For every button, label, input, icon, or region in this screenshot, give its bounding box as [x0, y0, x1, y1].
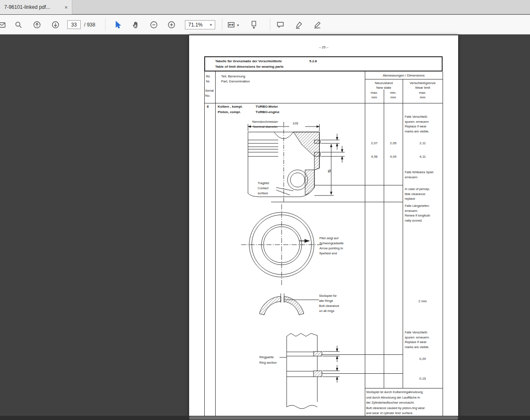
zoom-out-button[interactable]	[149, 20, 159, 30]
previous-page-button[interactable]	[32, 20, 42, 30]
header-no: No.	[205, 93, 210, 98]
value-r1-wear: 2,11	[403, 141, 443, 145]
header-part: Part, Denomination	[221, 79, 250, 84]
header-min: min.	[384, 90, 403, 95]
arrow-up-circle-icon	[33, 21, 41, 29]
table-rule	[384, 90, 384, 388]
tab-bar: 7-96101-linked pdf... ×	[0, 0, 530, 14]
header-verschleissgrenze: Verschleißgrenze	[403, 81, 443, 85]
table-rule	[403, 79, 403, 388]
table-rule	[204, 103, 443, 103]
note-clearance-de: Falls fühlbares Spiel: erneuern	[405, 170, 434, 180]
table-title-en: Table of limit dimensions for wearing pa…	[215, 64, 284, 69]
comment-button[interactable]	[275, 20, 285, 30]
header-wear-limit: Wear limit	[403, 85, 443, 90]
header-max: max.	[403, 90, 443, 95]
highlight-button[interactable]	[294, 20, 304, 30]
fill-sign-button[interactable]	[312, 20, 322, 30]
value-r1-min: 2,05	[384, 141, 403, 145]
page-number-label: – 25 –	[311, 45, 336, 50]
zoom-in-button[interactable]	[166, 20, 177, 30]
header-serial: Serial	[205, 88, 214, 93]
document-tab[interactable]: 7-96101-linked pdf... ×	[0, 0, 72, 14]
label-butt-clearance: Stoßspiel für alle Ringe Butt clearance …	[319, 293, 339, 314]
arrow-down-circle-icon	[51, 21, 60, 29]
header-dimensions: Abmessungen / Dimensions	[365, 73, 443, 78]
header-new-state: New state	[365, 85, 403, 90]
horizontal-scrollbar[interactable]	[0, 416, 530, 420]
note-wear-marks-1: Falls Verschleiß- spuren: erneuern Repla…	[405, 114, 429, 134]
magnifier-icon	[14, 21, 23, 29]
fit-width-button[interactable]	[226, 20, 236, 30]
envelope-icon	[0, 21, 6, 29]
pdf-page: – 25 – Tabelle für Grenzmaße der Verschl…	[189, 35, 458, 420]
note-scored: Falls Längsriefen: erneuern Renew if lon…	[405, 203, 431, 223]
signature-pen-icon	[313, 21, 322, 29]
hand-tool-button[interactable]	[131, 20, 141, 30]
table-title-de: Tabelle für Grenzmaße der Verschleißteil…	[215, 59, 282, 63]
tab-close-button[interactable]: ×	[64, 4, 68, 11]
label-nenndurchmesser: Nenndurchmesser	[252, 119, 278, 124]
pdf-toolbar: / 938 71.1% ▾ ▾	[0, 15, 530, 34]
select-tool-button[interactable]	[113, 20, 123, 30]
header-lfd: lfd.	[206, 74, 211, 79]
footer-note-text: Stoßspiel ist durch Kolbenringabnutzung …	[366, 390, 425, 416]
hand-icon	[132, 21, 140, 29]
label-nominal-diameter: Nominal diameter	[253, 124, 278, 129]
label-arrow-flywheel: Pfeil zeigt auf Schwungradseite Arrow po…	[319, 236, 344, 256]
table-rule	[365, 79, 443, 79]
note-wear-marks-2: Falls Verschleiß- spuren: erneuern. Repl…	[405, 330, 430, 349]
next-page-button[interactable]	[50, 20, 61, 30]
value-ring2: 0,15	[403, 376, 443, 381]
row-serial: 8	[207, 104, 208, 109]
label-ring-section: Ringpartie Ring section	[259, 354, 277, 365]
header-max: max.	[365, 90, 384, 95]
zoom-level-select[interactable]: 71.1% ▾	[185, 20, 215, 29]
chevron-down-icon: ▾	[210, 23, 212, 27]
scroll-page-icon	[250, 21, 258, 29]
cursor-icon	[113, 21, 122, 29]
value-r2-wear: 4,11	[403, 154, 443, 159]
page-count-label: / 938	[84, 22, 95, 28]
page-scroll-mode-button[interactable]	[249, 20, 259, 30]
header-mm: mm	[365, 95, 384, 100]
page-number-input[interactable]	[67, 20, 81, 29]
fit-width-icon	[227, 21, 235, 29]
header-neuzustand: Neuzustand	[365, 81, 403, 85]
table-rule	[204, 71, 205, 420]
header-mm: mm	[403, 95, 443, 100]
search-button[interactable]	[13, 20, 24, 30]
header-mm: mm	[384, 95, 403, 100]
table-section-number: 5.2.8	[309, 59, 317, 63]
toolbar-separator	[105, 18, 105, 31]
tab-title: 7-96101-linked pdf...	[4, 4, 61, 10]
plus-circle-icon	[167, 21, 176, 29]
chevron-down-icon[interactable]: ▾	[237, 23, 239, 27]
label-contact-surface: Tragbild Contact surface	[258, 181, 269, 196]
value-butt-clearance: 2 mm	[403, 299, 443, 304]
minus-circle-icon	[150, 21, 158, 29]
table-title-box: Tabelle für Grenzmaße der Verschleißteil…	[204, 56, 443, 71]
scrollbar-thumb[interactable]	[189, 416, 458, 420]
pdf-viewer-canvas: – 25 – Tabelle für Grenzmaße der Verschl…	[0, 34, 530, 420]
value-r1-max: 2,07	[365, 141, 384, 145]
dimension-105: 105	[292, 121, 299, 126]
diameter-symbol: Ø	[328, 169, 331, 174]
value-ring1: 0,20	[403, 357, 443, 361]
zoom-level-value: 71.1%	[188, 22, 203, 28]
piston-technical-drawing	[215, 107, 367, 420]
email-button[interactable]	[0, 20, 7, 30]
highlighter-icon	[295, 21, 303, 29]
table-rule	[443, 71, 443, 420]
note-clearance-en: In case of percep- tible clearance: repl…	[405, 187, 430, 201]
toolbar-separator	[270, 18, 270, 31]
speech-bubble-icon	[276, 21, 285, 29]
header-teil: Teil, Benennung	[221, 74, 245, 79]
header-nr: Nr.	[206, 79, 210, 84]
footer-note-box: Stoßspiel ist durch Kolbenringabnutzung …	[365, 388, 443, 420]
value-r2-min: 4,04	[384, 154, 403, 159]
value-r2-max: 4,06	[365, 154, 384, 159]
toolbar-separator	[222, 18, 222, 31]
